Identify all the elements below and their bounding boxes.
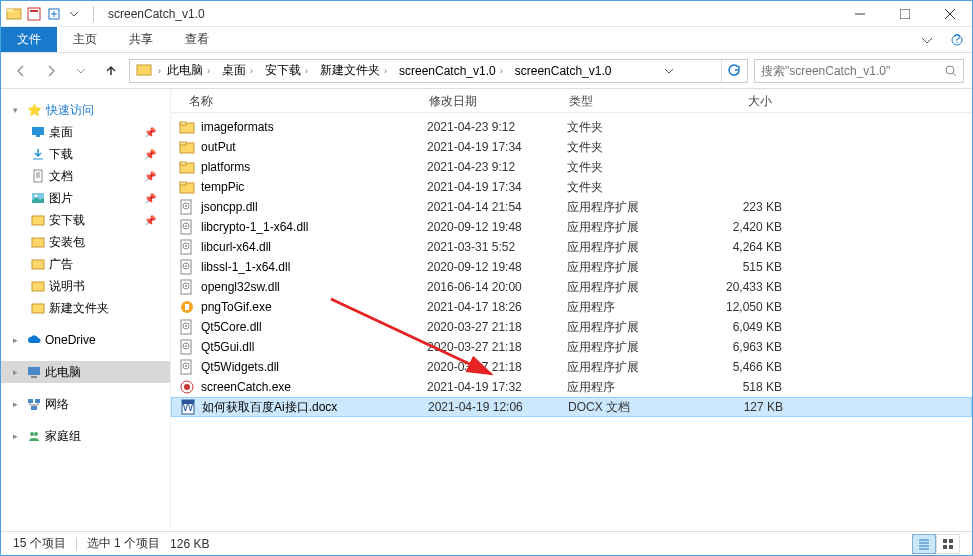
tab-home[interactable]: 主页: [57, 27, 113, 52]
file-type: 应用程序扩展: [567, 359, 687, 376]
status-size: 126 KB: [170, 537, 209, 551]
tab-share[interactable]: 共享: [113, 27, 169, 52]
ribbon-expand-icon[interactable]: [912, 27, 942, 52]
close-button[interactable]: [927, 1, 972, 27]
picture-icon: [31, 191, 45, 205]
breadcrumb-item[interactable]: 桌面›: [216, 60, 259, 81]
tree-downloads[interactable]: 下载📌: [13, 143, 170, 165]
file-row[interactable]: tempPic2021-04-19 17:34文件夹: [171, 177, 972, 197]
tree-quick-access[interactable]: ▾⭐快速访问: [13, 99, 170, 121]
svg-point-54: [185, 325, 187, 327]
qat-dropdown-icon[interactable]: [65, 5, 83, 23]
folder-icon: [136, 62, 154, 80]
tree-documents[interactable]: 文档📌: [13, 165, 170, 187]
svg-rect-17: [32, 260, 44, 269]
ribbon-tabs: 文件 主页 共享 查看 ?: [1, 27, 972, 53]
dll-icon: [179, 259, 195, 275]
file-row[interactable]: platforms2021-04-23 9:12文件夹: [171, 157, 972, 177]
breadcrumb-dropdown-icon[interactable]: [657, 59, 681, 83]
breadcrumb-item[interactable]: screenCatch_v1.0: [509, 62, 618, 80]
file-row[interactable]: imageformats2021-04-23 9:12文件夹: [171, 117, 972, 137]
pin-icon: 📌: [144, 193, 156, 204]
pc-icon: [27, 365, 41, 379]
status-selected: 选中 1 个项目: [87, 535, 160, 552]
nav-forward-icon[interactable]: [39, 59, 63, 83]
pin-icon: 📌: [144, 215, 156, 226]
nav-recent-icon[interactable]: [69, 59, 93, 83]
search-box[interactable]: [754, 59, 964, 83]
svg-rect-34: [180, 182, 186, 185]
svg-rect-1: [7, 9, 13, 12]
tree-folder[interactable]: 安装包: [13, 231, 170, 253]
breadcrumb-item[interactable]: 新建文件夹›: [314, 60, 393, 81]
file-type: 应用程序扩展: [567, 219, 687, 236]
svg-rect-22: [28, 399, 33, 403]
file-row[interactable]: libssl-1_1-x64.dll2020-09-12 19:48应用程序扩展…: [171, 257, 972, 277]
tree-homegroup[interactable]: ▸家庭组: [13, 425, 170, 447]
icons-view-button[interactable]: [936, 534, 960, 554]
qat-new-icon[interactable]: [45, 5, 63, 23]
file-name: pngToGif.exe: [201, 300, 427, 314]
folder-icon: [31, 279, 45, 293]
file-row[interactable]: Qt5Gui.dll2020-03-27 21:18应用程序扩展6,963 KB: [171, 337, 972, 357]
file-row[interactable]: outPut2021-04-19 17:34文件夹: [171, 137, 972, 157]
breadcrumb[interactable]: › 此电脑› 桌面› 安下载› 新建文件夹› screenCatch_v1.0›…: [129, 59, 748, 83]
svg-rect-2: [28, 8, 40, 20]
breadcrumb-item[interactable]: 此电脑›: [161, 60, 216, 81]
file-row[interactable]: jsoncpp.dll2021-04-14 21:54应用程序扩展223 KB: [171, 197, 972, 217]
nav-tree: ▾⭐快速访问 桌面📌 下载📌 文档📌 图片📌 安下载📌 安装包 广告 说明书 新…: [1, 89, 171, 531]
details-view-button[interactable]: [912, 534, 936, 554]
svg-rect-16: [32, 238, 44, 247]
ribbon-help-icon[interactable]: ?: [942, 27, 972, 52]
dll-icon: [179, 199, 195, 215]
breadcrumb-item[interactable]: 安下载›: [259, 60, 314, 81]
nav-up-icon[interactable]: [99, 59, 123, 83]
svg-point-37: [185, 205, 187, 207]
tab-file[interactable]: 文件: [1, 27, 57, 52]
tree-folder[interactable]: 安下载📌: [13, 209, 170, 231]
svg-point-43: [185, 245, 187, 247]
pin-icon: 📌: [144, 149, 156, 160]
search-icon[interactable]: [945, 65, 957, 77]
tree-folder[interactable]: 广告: [13, 253, 170, 275]
tree-onedrive[interactable]: ▸OneDrive: [13, 329, 170, 351]
file-name: libcurl-x64.dll: [201, 240, 427, 254]
tree-desktop[interactable]: 桌面📌: [13, 121, 170, 143]
file-date: 2021-04-23 9:12: [427, 120, 567, 134]
svg-rect-66: [943, 539, 947, 543]
tree-pictures[interactable]: 图片📌: [13, 187, 170, 209]
svg-rect-67: [949, 539, 953, 543]
file-size: 20,433 KB: [687, 280, 782, 294]
breadcrumb-item[interactable]: screenCatch_v1.0›: [393, 62, 509, 80]
tree-network[interactable]: ▸网络: [13, 393, 170, 415]
tree-folder[interactable]: 新建文件夹: [13, 297, 170, 319]
folder-icon: [179, 179, 195, 195]
tree-this-pc[interactable]: ▸此电脑: [1, 361, 170, 383]
refresh-icon[interactable]: [721, 60, 745, 82]
file-row[interactable]: pngToGif.exe2021-04-17 18:26应用程序12,050 K…: [171, 297, 972, 317]
network-icon: [27, 397, 41, 411]
file-row[interactable]: libcurl-x64.dll2021-03-31 5:52应用程序扩展4,26…: [171, 237, 972, 257]
file-type: 文件夹: [567, 139, 687, 156]
svg-point-57: [185, 345, 187, 347]
maximize-button[interactable]: [882, 1, 927, 27]
tree-folder[interactable]: 说明书: [13, 275, 170, 297]
file-list[interactable]: imageformats2021-04-23 9:12文件夹outPut2021…: [171, 89, 972, 531]
tab-view[interactable]: 查看: [169, 27, 225, 52]
file-row[interactable]: libcrypto-1_1-x64.dll2020-09-12 19:48应用程…: [171, 217, 972, 237]
homegroup-icon: [27, 429, 41, 443]
file-row[interactable]: Qt5Core.dll2020-03-27 21:18应用程序扩展6,049 K…: [171, 317, 972, 337]
file-row[interactable]: Qt5Widgets.dll2020-03-27 21:18应用程序扩展5,46…: [171, 357, 972, 377]
file-row[interactable]: W如何获取百度Ai接口.docx2021-04-19 12:06DOCX 文档1…: [171, 397, 972, 417]
download-icon: [31, 147, 45, 161]
file-row[interactable]: opengl32sw.dll2016-06-14 20:00应用程序扩展20,4…: [171, 277, 972, 297]
file-row[interactable]: screenCatch.exe2021-04-19 17:32应用程序518 K…: [171, 377, 972, 397]
desktop-icon: [31, 125, 45, 139]
file-type: 应用程序扩展: [567, 259, 687, 276]
search-input[interactable]: [761, 61, 945, 81]
qat-properties-icon[interactable]: [25, 5, 43, 23]
nav-back-icon[interactable]: [9, 59, 33, 83]
folder-icon: [179, 159, 195, 175]
file-size: 4,264 KB: [687, 240, 782, 254]
minimize-button[interactable]: [837, 1, 882, 27]
